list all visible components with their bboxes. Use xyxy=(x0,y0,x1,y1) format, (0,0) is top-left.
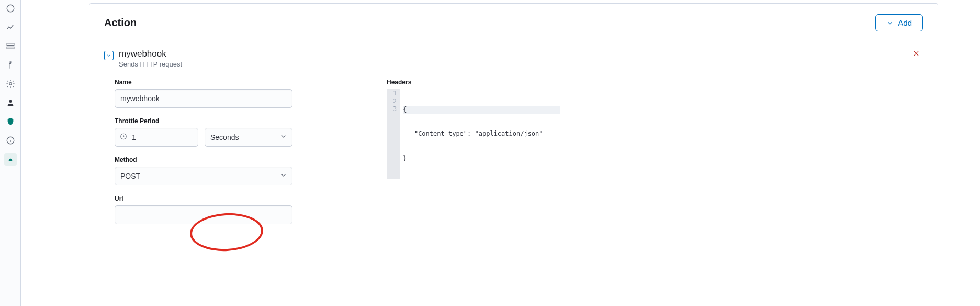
delete-action-button[interactable] xyxy=(909,49,923,60)
panel-title: Action xyxy=(104,17,137,29)
throttle-label: Throttle Period xyxy=(115,117,292,125)
data-icon[interactable] xyxy=(4,40,17,52)
action-panel: Action Add mywebhook Sends HTTP request xyxy=(89,3,938,306)
chevron-down-icon xyxy=(106,53,111,58)
url-input[interactable] xyxy=(115,205,292,224)
clock-icon xyxy=(120,133,127,142)
svg-point-4 xyxy=(9,100,12,103)
throttle-value-input[interactable] xyxy=(115,128,198,147)
visualize-icon[interactable] xyxy=(4,21,17,34)
settings-icon[interactable] xyxy=(4,78,17,90)
security-icon[interactable] xyxy=(4,115,17,128)
close-icon xyxy=(913,50,920,57)
side-navigation xyxy=(0,0,21,306)
editor-code[interactable]: { "Content-type": "application/json" } xyxy=(400,89,563,179)
action-item-subtitle: Sends HTTP request xyxy=(119,60,182,68)
method-label: Method xyxy=(115,156,292,163)
dashboard-icon[interactable] xyxy=(4,2,17,15)
chevron-down-icon xyxy=(886,19,894,27)
app-icon[interactable] xyxy=(4,153,17,166)
svg-point-3 xyxy=(9,83,12,85)
headers-editor[interactable]: 123 { "Content-type": "application/json"… xyxy=(387,89,565,179)
expand-toggle[interactable] xyxy=(104,51,114,60)
devtools-icon[interactable] xyxy=(4,59,17,71)
headers-label: Headers xyxy=(387,79,565,86)
info-icon[interactable] xyxy=(4,134,17,147)
name-label: Name xyxy=(115,79,292,86)
editor-gutter: 123 xyxy=(387,89,400,179)
user-icon[interactable] xyxy=(4,96,17,109)
name-input[interactable] xyxy=(115,89,292,108)
svg-rect-2 xyxy=(7,47,14,49)
url-label: Url xyxy=(115,195,292,202)
method-select[interactable] xyxy=(115,167,292,185)
svg-rect-1 xyxy=(7,43,14,46)
add-action-button[interactable]: Add xyxy=(875,14,923,31)
action-item-title: mywebhook xyxy=(119,49,182,59)
throttle-unit-select[interactable] xyxy=(205,128,292,147)
add-button-label: Add xyxy=(898,18,912,27)
svg-point-0 xyxy=(7,5,14,12)
